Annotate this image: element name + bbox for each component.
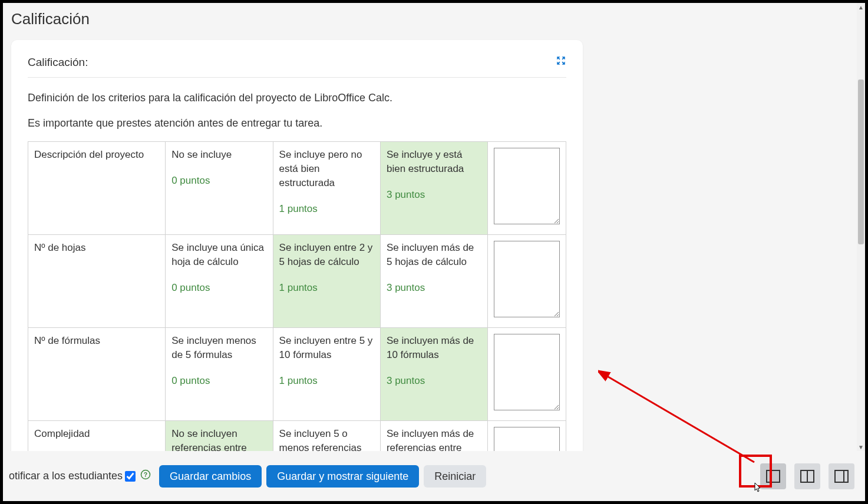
rubric-level-text: No se incluye — [171, 148, 266, 162]
rubric-level-points: 3 puntos — [387, 188, 481, 202]
rubric-level-points: 0 puntos — [171, 281, 266, 295]
rubric-level[interactable]: Se incluye pero no está bien estructurad… — [273, 142, 380, 235]
rubric-comment-input[interactable] — [494, 334, 560, 410]
card-intro: Definición de los criterios para la cali… — [28, 91, 566, 131]
rubric-level-text: Se incluyen más de referencias entre — [387, 427, 481, 451]
expand-icon[interactable] — [556, 55, 566, 69]
rubric-comment-cell — [488, 420, 566, 451]
card-title: Calificación: — [28, 56, 88, 69]
rubric-level[interactable]: Se incluyen más de 10 fórmulas3 puntos — [380, 327, 487, 420]
footer-bar: otificar a los estudiantes ? Guardar cam… — [3, 451, 865, 501]
rubric-level[interactable]: Se incluye una única hoja de cálculo0 pu… — [166, 235, 273, 328]
rubric-comment-input[interactable] — [494, 148, 560, 224]
reset-button[interactable]: Reiniciar — [424, 465, 486, 488]
intro-line-1: Definición de los criterios para la cali… — [28, 91, 566, 105]
vertical-scrollbar[interactable]: ▲ ▼ — [857, 3, 865, 451]
rubric-row: ComplejidadNo se incluyen referencias en… — [28, 420, 566, 451]
rubric-level-text: Se incluye pero no está bien estructurad… — [279, 148, 374, 190]
rubric-level[interactable]: Se incluyen 5 o menos referencias — [273, 420, 380, 451]
rubric-criterion: Nº de hojas — [28, 235, 166, 328]
rubric-level-text: Se incluye una única hoja de cálculo — [171, 241, 266, 269]
scroll-up-arrow-icon[interactable]: ▲ — [857, 3, 865, 11]
notify-students: otificar a los estudiantes ? — [9, 469, 151, 483]
rubric-level[interactable]: No se incluyen referencias entre — [166, 420, 273, 451]
rubric-level-text: Se incluyen más de 10 fórmulas — [387, 334, 481, 362]
cursor-pointer-icon — [753, 482, 762, 497]
rubric-level-text: Se incluye y está bien estructurada — [387, 148, 481, 176]
rubric-level-text: Se incluyen menos de 5 fórmulas — [171, 334, 266, 362]
rubric-level[interactable]: Se incluyen más de 5 hojas de cálculo3 p… — [380, 235, 487, 328]
svg-rect-2 — [767, 470, 780, 482]
layout-split-button[interactable] — [794, 463, 820, 489]
scroll-down-arrow-icon[interactable]: ▼ — [857, 443, 865, 451]
rubric-row: Nº de fórmulasSe incluyen menos de 5 fór… — [28, 327, 566, 420]
rubric-level[interactable]: Se incluyen entre 2 y 5 hojas de cálculo… — [273, 235, 380, 328]
rubric-level-text: Se incluyen entre 5 y 10 fórmulas — [279, 334, 374, 362]
rubric-criterion: Complejidad — [28, 420, 166, 451]
rubric-level-points: 1 puntos — [279, 202, 374, 216]
help-icon[interactable]: ? — [140, 469, 151, 483]
rubric-row: Descripción del proyectoNo se incluye0 p… — [28, 142, 566, 235]
rubric-criterion: Nº de fórmulas — [28, 327, 166, 420]
scroll-thumb[interactable] — [858, 79, 864, 244]
svg-rect-6 — [835, 470, 848, 482]
svg-text:?: ? — [144, 471, 147, 478]
rubric-comment-cell — [488, 327, 566, 420]
grading-card: Calificación: Definición de los criterio… — [11, 40, 583, 451]
notify-checkbox[interactable] — [125, 471, 136, 482]
rubric-level[interactable]: Se incluye y está bien estructurada3 pun… — [380, 142, 487, 235]
rubric-level[interactable]: No se incluye0 puntos — [166, 142, 273, 235]
rubric-level-points: 1 puntos — [279, 281, 374, 295]
rubric-level-text: No se incluyen referencias entre — [171, 427, 266, 451]
notify-label: otificar a los estudiantes — [9, 470, 123, 482]
rubric-row: Nº de hojasSe incluye una única hoja de … — [28, 235, 566, 328]
rubric-level-points: 0 puntos — [171, 374, 266, 388]
intro-line-2: Es importante que prestes atención antes… — [28, 116, 566, 131]
layout-left-panel-button[interactable] — [760, 463, 786, 489]
rubric-level-text: Se incluyen 5 o menos referencias — [279, 427, 374, 451]
rubric-level-points: 0 puntos — [171, 174, 266, 188]
rubric-level-text: Se incluyen más de 5 hojas de cálculo — [387, 241, 481, 269]
rubric-level-points: 3 puntos — [387, 374, 481, 388]
rubric-comment-input[interactable] — [494, 241, 560, 317]
card-header: Calificación: — [28, 55, 566, 78]
rubric-level-points: 1 puntos — [279, 374, 374, 388]
rubric-level-text: Se incluyen entre 2 y 5 hojas de cálculo — [279, 241, 374, 269]
rubric-level[interactable]: Se incluyen menos de 5 fórmulas0 puntos — [166, 327, 273, 420]
rubric-criterion: Descripción del proyecto — [28, 142, 166, 235]
rubric-comment-input[interactable] — [494, 427, 560, 451]
save-and-next-button[interactable]: Guardar y mostrar siguiente — [266, 465, 419, 488]
page-title: Calificación — [11, 10, 849, 28]
rubric-comment-cell — [488, 142, 566, 235]
layout-right-panel-button[interactable] — [829, 463, 854, 489]
rubric-level[interactable]: Se incluyen más de referencias entre — [380, 420, 487, 451]
save-button[interactable]: Guardar cambios — [159, 465, 262, 488]
rubric-level[interactable]: Se incluyen entre 5 y 10 fórmulas1 punto… — [273, 327, 380, 420]
rubric-comment-cell — [488, 235, 566, 328]
rubric-table: Descripción del proyectoNo se incluye0 p… — [28, 141, 566, 451]
rubric-level-points: 3 puntos — [387, 281, 481, 295]
